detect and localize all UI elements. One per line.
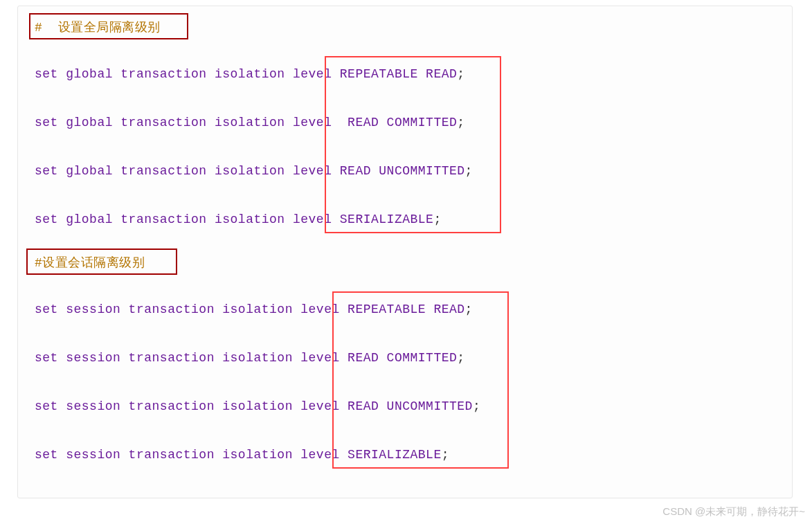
highlight-session-levels: [332, 291, 509, 469]
keyword: set session transaction isolation level: [35, 448, 348, 462]
keyword: set global transaction isolation level: [35, 116, 340, 129]
comment-session: #设置会话隔离级别: [35, 254, 145, 271]
keyword: set global transaction isolation level: [35, 164, 340, 178]
keyword: set session transaction isolation level: [35, 399, 348, 413]
code-block: # 设置全局隔离级别 set global transaction isolat…: [17, 6, 793, 498]
keyword: set session transaction isolation level: [35, 351, 348, 365]
keyword: set global transaction isolation level: [35, 67, 340, 81]
comment-global: # 设置全局隔离级别: [35, 19, 161, 35]
keyword: set global transaction isolation level: [35, 213, 340, 226]
watermark: CSDN @未来可期，静待花开~: [662, 505, 805, 518]
keyword: set session transaction isolation level: [35, 302, 348, 316]
highlight-global-levels: [325, 56, 501, 233]
